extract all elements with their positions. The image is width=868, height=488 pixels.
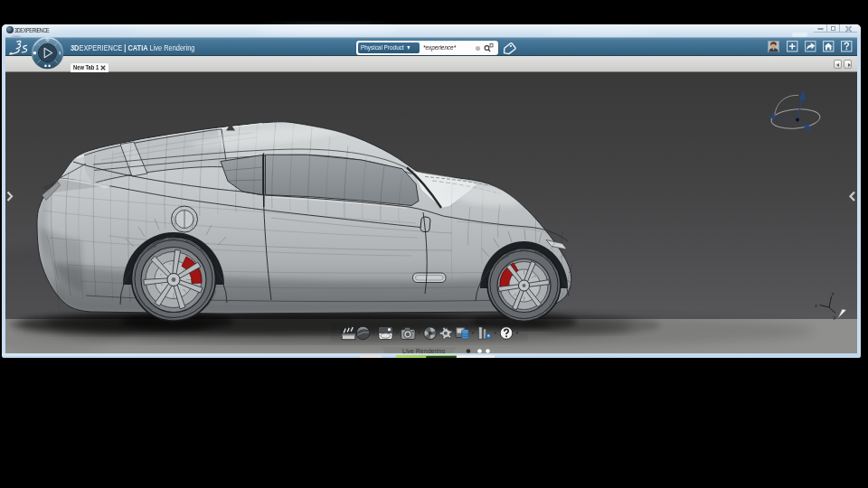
svg-text:z: z [832,291,835,296]
svg-text:y: y [834,314,836,319]
svg-text:Live Rendering: Live Rendering [402,347,445,353]
svg-text:x: x [815,302,817,307]
